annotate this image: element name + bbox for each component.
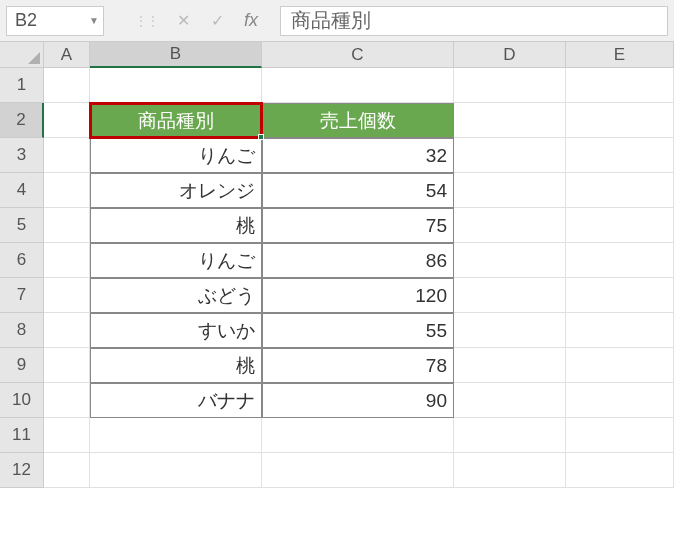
column-header-a[interactable]: A bbox=[44, 42, 90, 68]
select-all-corner[interactable] bbox=[0, 42, 44, 68]
cell-E2[interactable] bbox=[566, 103, 674, 138]
cell-A10[interactable] bbox=[44, 383, 90, 418]
cell-A8[interactable] bbox=[44, 313, 90, 348]
column-header-d[interactable]: D bbox=[454, 42, 566, 68]
cell-A11[interactable] bbox=[44, 418, 90, 453]
cell-A5[interactable] bbox=[44, 208, 90, 243]
column-header-e[interactable]: E bbox=[566, 42, 674, 68]
cell-C5[interactable]: 75 bbox=[262, 208, 454, 243]
spreadsheet: ABCDE 123456789101112 商品種別売上個数りんご32オレンジ5… bbox=[0, 42, 674, 541]
cell-D2[interactable] bbox=[454, 103, 566, 138]
cell-C8[interactable]: 55 bbox=[262, 313, 454, 348]
cancel-icon[interactable]: ✕ bbox=[174, 11, 192, 30]
formula-bar-buttons: ⋮⋮ ✕ ✓ fx bbox=[134, 10, 260, 31]
cell-D7[interactable] bbox=[454, 278, 566, 313]
cell-C4[interactable]: 54 bbox=[262, 173, 454, 208]
cell-C3[interactable]: 32 bbox=[262, 138, 454, 173]
cell-B6[interactable]: りんご bbox=[90, 243, 262, 278]
cell-E5[interactable] bbox=[566, 208, 674, 243]
cell-D8[interactable] bbox=[454, 313, 566, 348]
cell-A7[interactable] bbox=[44, 278, 90, 313]
cell-A12[interactable] bbox=[44, 453, 90, 488]
cell-D4[interactable] bbox=[454, 173, 566, 208]
column-header-c[interactable]: C bbox=[262, 42, 454, 68]
cell-B2[interactable]: 商品種別 bbox=[90, 103, 262, 138]
cell-E4[interactable] bbox=[566, 173, 674, 208]
cell-C11[interactable] bbox=[262, 418, 454, 453]
row-header-9[interactable]: 9 bbox=[0, 348, 44, 383]
cell-E6[interactable] bbox=[566, 243, 674, 278]
cell-E3[interactable] bbox=[566, 138, 674, 173]
cell-A1[interactable] bbox=[44, 68, 90, 103]
formula-value: 商品種別 bbox=[291, 7, 371, 34]
row-header-12[interactable]: 12 bbox=[0, 453, 44, 488]
row-header-8[interactable]: 8 bbox=[0, 313, 44, 348]
row-header-7[interactable]: 7 bbox=[0, 278, 44, 313]
name-box-value: B2 bbox=[15, 10, 37, 31]
cell-A3[interactable] bbox=[44, 138, 90, 173]
cell-B3[interactable]: りんご bbox=[90, 138, 262, 173]
column-headers: ABCDE bbox=[44, 42, 674, 68]
row-header-10[interactable]: 10 bbox=[0, 383, 44, 418]
cell-B1[interactable] bbox=[90, 68, 262, 103]
cell-B9[interactable]: 桃 bbox=[90, 348, 262, 383]
cell-B12[interactable] bbox=[90, 453, 262, 488]
row-header-6[interactable]: 6 bbox=[0, 243, 44, 278]
cell-grid[interactable]: 商品種別売上個数りんご32オレンジ54桃75りんご86ぶどう120すいか55桃7… bbox=[44, 68, 674, 488]
cell-E1[interactable] bbox=[566, 68, 674, 103]
cell-C10[interactable]: 90 bbox=[262, 383, 454, 418]
row-header-1[interactable]: 1 bbox=[0, 68, 44, 103]
cell-D10[interactable] bbox=[454, 383, 566, 418]
cell-B10[interactable]: バナナ bbox=[90, 383, 262, 418]
cell-E8[interactable] bbox=[566, 313, 674, 348]
cell-E12[interactable] bbox=[566, 453, 674, 488]
cell-B11[interactable] bbox=[90, 418, 262, 453]
cell-C9[interactable]: 78 bbox=[262, 348, 454, 383]
cell-C12[interactable] bbox=[262, 453, 454, 488]
cell-D1[interactable] bbox=[454, 68, 566, 103]
row-header-2[interactable]: 2 bbox=[0, 103, 44, 138]
formula-bar: B2 ▼ ⋮⋮ ✕ ✓ fx 商品種別 bbox=[0, 0, 674, 42]
cell-D12[interactable] bbox=[454, 453, 566, 488]
row-header-5[interactable]: 5 bbox=[0, 208, 44, 243]
row-headers: 123456789101112 bbox=[0, 68, 44, 488]
cell-C2[interactable]: 売上個数 bbox=[262, 103, 454, 138]
cell-C1[interactable] bbox=[262, 68, 454, 103]
cell-D3[interactable] bbox=[454, 138, 566, 173]
cell-B4[interactable]: オレンジ bbox=[90, 173, 262, 208]
cell-B8[interactable]: すいか bbox=[90, 313, 262, 348]
cell-D5[interactable] bbox=[454, 208, 566, 243]
cell-A2[interactable] bbox=[44, 103, 90, 138]
row-header-11[interactable]: 11 bbox=[0, 418, 44, 453]
name-box[interactable]: B2 ▼ bbox=[6, 6, 104, 36]
cell-E9[interactable] bbox=[566, 348, 674, 383]
cell-A4[interactable] bbox=[44, 173, 90, 208]
cell-B7[interactable]: ぶどう bbox=[90, 278, 262, 313]
cell-D9[interactable] bbox=[454, 348, 566, 383]
cell-D11[interactable] bbox=[454, 418, 566, 453]
cell-E10[interactable] bbox=[566, 383, 674, 418]
chevron-down-icon[interactable]: ▼ bbox=[89, 15, 99, 26]
cell-A6[interactable] bbox=[44, 243, 90, 278]
cell-C6[interactable]: 86 bbox=[262, 243, 454, 278]
cell-A9[interactable] bbox=[44, 348, 90, 383]
formula-input[interactable]: 商品種別 bbox=[280, 6, 668, 36]
fx-icon[interactable]: fx bbox=[242, 10, 260, 31]
row-header-4[interactable]: 4 bbox=[0, 173, 44, 208]
enter-icon[interactable]: ✓ bbox=[208, 11, 226, 30]
cell-C7[interactable]: 120 bbox=[262, 278, 454, 313]
dots-icon: ⋮⋮ bbox=[134, 13, 158, 29]
cell-E7[interactable] bbox=[566, 278, 674, 313]
cell-E11[interactable] bbox=[566, 418, 674, 453]
cell-B5[interactable]: 桃 bbox=[90, 208, 262, 243]
column-header-b[interactable]: B bbox=[90, 42, 262, 68]
cell-D6[interactable] bbox=[454, 243, 566, 278]
row-header-3[interactable]: 3 bbox=[0, 138, 44, 173]
